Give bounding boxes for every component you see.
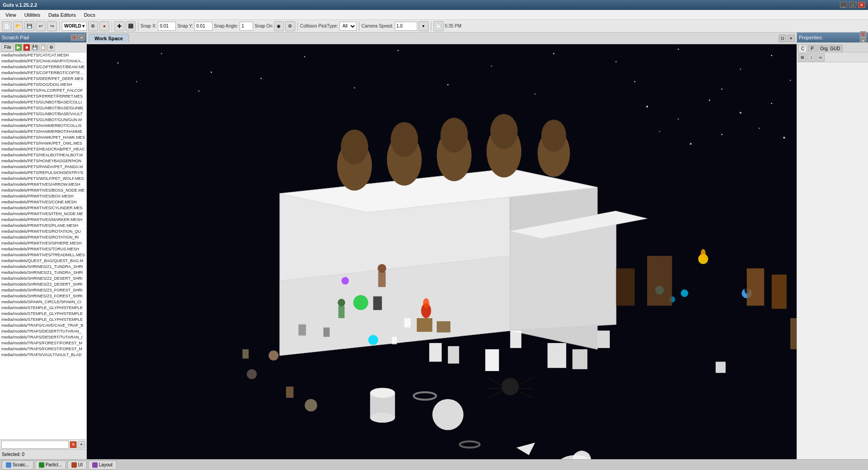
scratch-list-item[interactable]: media/models/SHRINES/Z2_DESERT_SHRI [0, 276, 86, 282]
scratch-list-item[interactable]: media/models/TRAPS/CAVE/CAVE_TRAP_B [0, 323, 86, 329]
scratch-list-item[interactable]: media/models/SHRINES/Z3_FOREST_SHRI [0, 293, 86, 299]
toolbar-undo-btn[interactable]: ↩ [36, 21, 46, 31]
scratch-list-item[interactable]: media/models/PETS/DEER/PET_DEER.MES [0, 76, 86, 82]
scratch-list-item[interactable]: media/models/PETS/HEALBOT/HEALBOT.M [0, 152, 86, 158]
toolbar-save-btn[interactable]: 💾 [24, 21, 34, 31]
scratch-list-item[interactable]: media/models/PETS/HAMMERBOT/HAMME [0, 129, 86, 135]
scratch-list-item[interactable]: media/models/SHRINES/Z1_TUNDRA_SHRI [0, 270, 86, 276]
scratch-list-item[interactable]: media/models/PETS/HAWK/PET_HAWK.MES [0, 135, 86, 141]
scratch-save-btn[interactable]: 💾 [31, 44, 38, 51]
toolbar-select-btn[interactable]: ⬛ [126, 21, 136, 31]
scratch-list-item[interactable]: media/models/PRIMITIVES/MARKER.MESH [0, 217, 86, 223]
snap-toggle-btn[interactable]: ◉ [274, 21, 284, 31]
properties-expand-icon[interactable]: ═ [816, 53, 825, 61]
toolbar-move-btn[interactable]: ✚ [114, 21, 124, 31]
scratch-list-item[interactable]: media/models/STEMPLE_GLYPH/STEMPLE [0, 305, 86, 311]
scratch-list-item[interactable]: media/models/PRIMITIVES/ROTATION_RI [0, 235, 86, 240]
snap-angle-input[interactable] [240, 22, 253, 31]
toolbar-settings-btn[interactable]: ⚙ [88, 21, 98, 31]
properties-tab-p[interactable]: P [808, 45, 816, 52]
properties-grid-icon[interactable]: ⊞ [798, 53, 807, 61]
scratch-list-item[interactable]: media/models/SHRINES/Z2_DESERT_SHRI [0, 282, 86, 287]
scratch-list-item[interactable]: media/models/SHRINES/Z3_FOREST_SHRI [0, 287, 86, 293]
scratch-list-item[interactable]: media/models/PRIMITIVES/TORUS.MESH [0, 246, 86, 252]
taskbar-item-layout[interactable]: Layout [88, 461, 117, 470]
toolbar-play-btn[interactable]: ● [99, 21, 109, 31]
scene-3d-view[interactable] [87, 44, 797, 459]
scratch-list-item[interactable]: media/models/PETS/HEADCRAB/PET_HEAC [0, 146, 86, 152]
close-button[interactable]: ✕ [858, 2, 865, 8]
taskbar-item-ui[interactable]: UI [67, 461, 87, 470]
snap-x-input[interactable] [158, 22, 176, 31]
scratch-settings-btn[interactable]: ⚙ [47, 44, 55, 51]
workspace-canvas[interactable] [87, 44, 797, 459]
scratch-list-item[interactable]: media/models/PETS/PANDA/PET_PANDA.M [0, 164, 86, 170]
scratch-list-item[interactable]: media/models/PETS/FALCOR/PET_FALCOF [0, 88, 86, 94]
scratch-list-item[interactable]: media/models/PETS/REPULSIONSENTRY/S [0, 170, 86, 176]
toolbar-open-btn[interactable]: 📂 [13, 21, 23, 31]
menu-utilities[interactable]: Utilities [21, 11, 44, 19]
scratch-list-item[interactable]: media/models/PRIMITIVES/BOX.MESH [0, 193, 86, 199]
scratch-list-item[interactable]: media/models/TRAPS/DESERT/TUTARAN_I [0, 334, 86, 340]
scratch-list-item[interactable]: media/models/TRAPS/DESERT/TUTARAN_ [0, 329, 86, 334]
camera-speed-input[interactable] [395, 22, 417, 31]
menu-docs[interactable]: Docs [80, 11, 99, 19]
properties-pin-btn[interactable]: 📌 [860, 31, 866, 38]
scratch-list-item[interactable]: media/models/TRAPS/FOREST/FOREST_M [0, 346, 86, 352]
scratch-list-item[interactable]: media/models/PRIMITIVES/SPHERE.MESH [0, 240, 86, 246]
scratch-list-item[interactable]: media/models/PETS/CAT/CAT.MESH [0, 52, 86, 58]
maximize-button[interactable]: □ [849, 2, 856, 8]
scratch-list-item[interactable]: media/models/PETS/DOG/DOG.MESH [0, 82, 86, 88]
scratch-delete-btn[interactable]: ✕ [70, 441, 77, 448]
properties-sort-icon[interactable]: ↕ [807, 53, 816, 61]
scratch-list-item[interactable]: media/models/QUEST_BAG/QUEST_BAG.M [0, 258, 86, 264]
scratch-list-item[interactable]: media/models/STEMPLE_GLYPH/STEMPLE [0, 317, 86, 323]
snap-settings-btn[interactable]: ⚙ [285, 21, 295, 31]
scratch-list-item[interactable]: media/models/PETS/GUNBOT/BASE/VAULT [0, 111, 86, 117]
collision-select[interactable]: All [340, 22, 357, 31]
scratch-list-item[interactable]: media/models/SPAWN_CIRCLE/SPAWN_CI [0, 299, 86, 305]
taskbar-item-scratch[interactable]: Scratc... [2, 461, 33, 470]
scratch-play-btn[interactable]: ▶ [15, 44, 22, 51]
scratch-pad-pin-btn[interactable]: 📌 [71, 34, 77, 41]
world-selector[interactable]: WORLD ▾ [62, 22, 87, 31]
scratch-list-item[interactable]: media/models/PETS/GUNBOT/BASE/GUNB( [0, 105, 86, 111]
scratch-list-item[interactable]: media/models/SHRINES/Z1_TUNDRA_SHRI [0, 264, 86, 270]
scratch-list-item[interactable]: media/models/PETS/FERRET/FERRET.MES [0, 94, 86, 99]
menu-view[interactable]: View [2, 11, 20, 19]
properties-tab-org[interactable]: Org. GUD [817, 45, 843, 52]
scratch-list-item[interactable]: media/models/PETS/HAWK/PET_OWL.MES [0, 141, 86, 146]
scratch-search-input[interactable] [1, 441, 69, 449]
scratch-list-item[interactable]: media/models/PRIMITIVES/TREADMILL.MES [0, 252, 86, 258]
scratch-list[interactable]: media/models/PETS/CAT/CAT.MESHmedia/mode… [0, 52, 86, 439]
scratch-file-btn[interactable]: File [1, 43, 14, 52]
scratch-list-item[interactable]: media/models/PRIMITIVES/ITEM_NODE.ME [0, 211, 86, 217]
scratch-list-item[interactable]: media/models/PETS/HAMMERBOT/COLLIS [0, 123, 86, 129]
scratch-list-item[interactable]: media/models/PRIMITIVES/BOSS_NODE.ME [0, 188, 86, 193]
taskbar-item-particles[interactable]: Particl... [35, 461, 66, 470]
workspace-undock-btn[interactable]: ⊡ [779, 35, 786, 42]
camera-speed-dropdown[interactable]: ▾ [419, 21, 429, 31]
toolbar-new-btn[interactable]: 📄 [2, 21, 12, 31]
scratch-list-item[interactable]: media/models/PRIMITIVES/ROTATION_QU [0, 229, 86, 235]
workspace-close-btn[interactable]: ✕ [788, 35, 795, 42]
scratch-list-item[interactable]: media/models/PRIMITIVES/PLANE.MESH [0, 223, 86, 229]
menu-data-editors[interactable]: Data Editors [45, 11, 80, 19]
scratch-list-item[interactable]: media/models/PRIMITIVES/ARROW.MESH [0, 182, 86, 188]
workspace-tab[interactable]: Work Space [89, 34, 129, 42]
minimize-button[interactable]: _ [840, 2, 847, 8]
snap-y-input[interactable] [194, 22, 212, 31]
scratch-list-item[interactable]: media/models/TRAPS/FOREST/FOREST_M [0, 340, 86, 346]
scratch-list-item[interactable]: media/models/PETS/CHAKAWARY/CHAKAW... [0, 58, 86, 64]
scratch-list-item[interactable]: media/models/PRIMITIVES/CYLINDER.MES [0, 205, 86, 211]
scratch-list-item[interactable]: media/models/PETS/HONEYBADGER/HON [0, 158, 86, 164]
scratch-copy-btn[interactable]: 📋 [39, 44, 47, 51]
toolbar-redo-btn[interactable]: ↪ [47, 21, 57, 31]
scratch-add-btn[interactable]: + [78, 441, 85, 448]
scratch-list-item[interactable]: media/models/PETS/GUNBOT/BASE/COLLI [0, 99, 86, 105]
scratch-list-item[interactable]: media/models/PETS/COPTERBOT/COPTER... [0, 70, 86, 76]
scratch-list-item[interactable]: media/models/PETS/COPTERBOT/BEAM.ME [0, 64, 86, 70]
scratch-list-item[interactable]: media/models/STEMPLE_GLYPH/STEMPLE [0, 311, 86, 317]
scratch-list-item[interactable]: media/models/PETS/GUNBOT/GUN/GUN.M [0, 117, 86, 123]
scratch-list-item[interactable]: media/models/PRIMITIVES/CONE.MESH [0, 199, 86, 205]
